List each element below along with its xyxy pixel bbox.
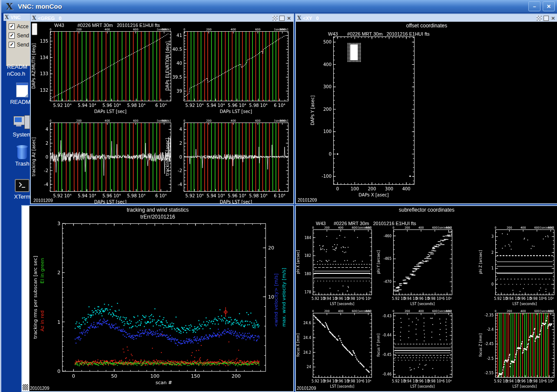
scrollbar-drag-handle[interactable]: [23, 384, 28, 390]
checkbox-checked-icon[interactable]: ✓: [9, 33, 15, 39]
vnc-panel-titlebar[interactable]: X VNC: [3, 13, 30, 21]
vertical-scrollbar-thumb[interactable]: [32, 23, 37, 35]
x11-logo-icon: X: [4, 1, 15, 12]
main-titlebar[interactable]: X VNC: monCoo – ✕: [1, 0, 557, 13]
plot-subtitle: trErr/20101216: [29, 214, 286, 220]
checkbox-label: Acce: [17, 23, 29, 30]
vnc-desktop: X VNC: monCoo – ✕ X VNC ✓ Acce ✓ Send ✓ …: [0, 0, 557, 392]
minimize-button[interactable]: –: [528, 1, 540, 11]
close-icon[interactable]: ✕: [550, 16, 556, 21]
window-title: VNC: monCoo: [18, 3, 528, 10]
checkbox-checked-icon[interactable]: ✓: [9, 42, 15, 48]
offset-coordinates-canvas: [296, 22, 557, 203]
computer-icon: [13, 115, 31, 130]
offset-titlebar[interactable]: X <XY 0 ✕: [296, 14, 557, 22]
close-button[interactable]: ✕: [543, 1, 555, 11]
plot-header: W43 #0226 MRT 30m 20101216 E1HUI fts: [328, 31, 430, 37]
checkbox-label: Send: [17, 33, 29, 39]
pattern-icon[interactable]: [272, 16, 278, 21]
date-stamp: 20101209: [33, 198, 53, 203]
greg-plot-window: X <GREG 0 ✕ W43 #0226 MRT 30m 20101216 E…: [30, 13, 294, 204]
plot-header: W43 #0226 MRT 30m 20101216 E1HUI fts: [316, 221, 416, 226]
vertical-scrollbar[interactable]: [22, 206, 30, 391]
greg-window-title: <GREG 0: [38, 16, 272, 21]
plot-title: subreflector coordinates: [296, 207, 557, 213]
subreflector-window: subreflector coordinates W43 #0226 MRT 3…: [295, 205, 557, 392]
desktop-icon-label: READM: [7, 63, 27, 70]
vnc-panel-title: VNC: [10, 15, 30, 20]
x11-window-icon: X: [297, 16, 301, 21]
x11-window-icon: X: [32, 16, 36, 21]
vnc-options-panel: ✓ Acce ✓ Send ✓ Send: [6, 21, 31, 66]
daps-tracking-plots-canvas: [31, 22, 293, 203]
checkbox-row[interactable]: ✓ Acce: [9, 23, 30, 30]
plot-title: tracking and wind statistics: [29, 207, 286, 213]
date-stamp: 20101209: [298, 198, 317, 203]
tracking-stats-window: tracking and wind statistics trErr/20101…: [21, 205, 294, 392]
checkbox-checked-icon[interactable]: ✓: [9, 23, 15, 30]
date-stamp: 20101209: [297, 386, 316, 391]
checkbox-label: Send: [17, 42, 29, 48]
subreflector-coordinates-canvas: [296, 206, 557, 391]
maximize-icon[interactable]: [544, 16, 549, 21]
x11-window-icon: X: [5, 15, 9, 20]
plot-header: W43 #0226 MRT 30m 20101216 E1HUI fts: [54, 23, 160, 28]
maximize-icon[interactable]: [279, 16, 285, 21]
close-icon[interactable]: ✕: [286, 16, 292, 21]
document-icon: [16, 83, 28, 97]
offset-window-title: <XY 0: [303, 16, 537, 21]
date-stamp: 20101209: [30, 386, 50, 391]
checkbox-row[interactable]: ✓ Send: [9, 42, 30, 48]
greg-titlebar[interactable]: X <GREG 0 ✕: [31, 14, 293, 22]
desktop-icon-label: nCoo.h: [7, 70, 25, 77]
offset-window: X <XY 0 ✕ offset coordinates W43 #0226 M…: [295, 13, 557, 204]
plot-title: offset coordinates: [296, 23, 557, 29]
checkbox-row[interactable]: ✓ Send: [9, 33, 30, 39]
terminal-icon: [15, 179, 30, 192]
tracking-wind-stats-canvas: [29, 206, 293, 391]
pattern-icon[interactable]: [537, 16, 542, 21]
trash-icon: [17, 147, 27, 159]
